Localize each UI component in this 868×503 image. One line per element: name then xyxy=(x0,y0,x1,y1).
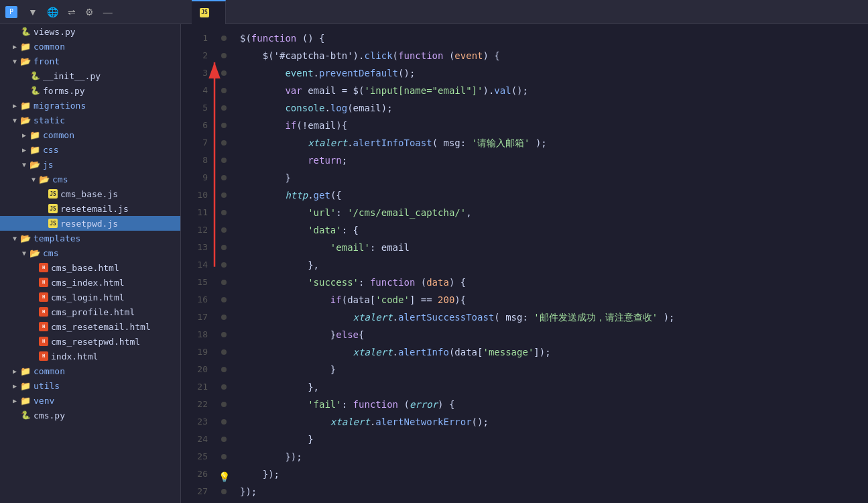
folder-open-icon-static xyxy=(20,115,31,125)
tree-arrow-cms-folder xyxy=(28,174,39,184)
sidebar-item-utils[interactable]: utils xyxy=(0,378,180,393)
code-content[interactable]: $(function () { $('#captcha-btn').click(… xyxy=(235,24,868,503)
sidebar-item-indx-html[interactable]: Hindx.html xyxy=(0,349,180,364)
file-js-icon-resetpwd-js: JS xyxy=(48,219,58,228)
sidebar-label-common2: common xyxy=(34,366,65,376)
sidebar-item-resetpwd-js[interactable]: JSresetpwd.js xyxy=(0,216,180,231)
sidebar-label-init-py: __init__.py xyxy=(43,71,101,81)
sidebar-item-common[interactable]: common xyxy=(0,39,180,54)
gutter: 💡 xyxy=(214,24,235,503)
sidebar-label-cms-py: cms.py xyxy=(34,410,65,421)
gutter-line-17 xyxy=(214,309,235,326)
sidebar-item-cms-base-html[interactable]: Hcms_base.html xyxy=(0,260,180,275)
sidebar-item-cms-py[interactable]: cms.py xyxy=(0,408,180,423)
line-number-3: 3 xyxy=(181,64,208,82)
sidebar-item-venv[interactable]: venv xyxy=(0,393,180,408)
tree-arrow-forms-py xyxy=(19,85,29,96)
code-line-16: if(data['code'] == 200){ xyxy=(235,291,868,309)
code-line-19: xtalert.alertInfo(data['message']); xyxy=(235,343,868,361)
gutter-dot-18 xyxy=(221,332,227,337)
line-number-19: 19 xyxy=(181,343,208,361)
globe-icon[interactable]: 🌐 xyxy=(44,5,61,19)
line-number-18: 18 xyxy=(181,326,208,343)
gutter-line-25 xyxy=(214,448,235,465)
gutter-dot-22 xyxy=(221,402,227,407)
code-line-5: console.log(email); xyxy=(235,99,868,117)
sidebar-item-cms-folder[interactable]: cms xyxy=(0,172,180,186)
line-number-21: 21 xyxy=(181,378,208,396)
gutter-dot-5 xyxy=(221,105,227,111)
gutter-line-20 xyxy=(214,361,235,378)
sidebar-item-front[interactable]: front xyxy=(0,54,180,68)
code-line-13: 'email': email xyxy=(235,239,868,256)
folder-closed-icon-migrations xyxy=(20,100,31,111)
tree-arrow-cms-index-html xyxy=(28,277,39,288)
sidebar-label-cms-profile-html: cms_profile.html xyxy=(51,307,135,317)
minimize-icon[interactable]: — xyxy=(101,5,115,19)
tree-arrow-cms-resetemail-html xyxy=(28,321,39,332)
gutter-line-26: 💡 xyxy=(214,465,235,483)
gutter-line-19 xyxy=(214,343,235,361)
sidebar-item-static[interactable]: static xyxy=(0,113,180,127)
tree-arrow-init-py xyxy=(19,70,29,81)
sidebar-item-js[interactable]: js xyxy=(0,157,180,172)
line-number-17: 17 xyxy=(181,309,208,326)
sidebar-item-views-py[interactable]: views.py xyxy=(0,24,180,39)
folder-open-icon-templates xyxy=(20,233,31,243)
line-number-15: 15 xyxy=(181,274,208,291)
gutter-dot-6 xyxy=(221,123,227,128)
tree-arrow-templates-cms xyxy=(19,247,29,258)
line-number-11: 11 xyxy=(181,204,208,221)
sidebar-label-views-py: views.py xyxy=(34,27,76,37)
line-number-1: 1 xyxy=(181,30,208,47)
settings-icon[interactable]: ⚙ xyxy=(82,5,97,19)
sidebar-item-forms-py[interactable]: forms.py xyxy=(0,83,180,98)
sidebar-item-templates-cms[interactable]: cms xyxy=(0,245,180,260)
code-line-7: xtalert.alertInfoToast( msg: '请输入邮箱' ); xyxy=(235,134,868,152)
gutter-dot-8 xyxy=(221,158,227,163)
code-line-2: $('#captcha-btn').click(function (event)… xyxy=(235,47,868,64)
file-js-icon-cms-base-js: JS xyxy=(48,189,58,199)
sidebar-item-common2[interactable]: common xyxy=(0,364,180,378)
sidebar-item-cms-profile-html[interactable]: Hcms_profile.html xyxy=(0,304,180,319)
line-number-16: 16 xyxy=(181,291,208,309)
line-number-24: 24 xyxy=(181,431,208,448)
line-number-8: 8 xyxy=(181,152,208,169)
sidebar-item-css[interactable]: css xyxy=(0,142,180,157)
line-number-13: 13 xyxy=(181,239,208,256)
split-icon[interactable]: ⇌ xyxy=(65,5,78,19)
folder-closed-icon-static-common xyxy=(29,129,40,140)
sidebar-item-cms-login-html[interactable]: Hcms_login.html xyxy=(0,290,180,304)
sidebar-item-cms-index-html[interactable]: Hcms_index.html xyxy=(0,275,180,290)
gutter-line-2 xyxy=(214,47,235,64)
sidebar-label-forms-py: forms.py xyxy=(43,86,85,96)
sidebar-item-resetemail-js[interactable]: JSresetemail.js xyxy=(0,201,180,216)
sidebar-item-init-py[interactable]: __init__.py xyxy=(0,68,180,83)
gutter-dot-4 xyxy=(221,88,227,93)
title-bar-left: P ▼ 🌐 ⇌ ⚙ — xyxy=(5,5,186,19)
gutter-line-21 xyxy=(214,378,235,396)
sidebar-item-cms-resetpwd-html[interactable]: Hcms_resetpwd.html xyxy=(0,334,180,349)
tree-arrow-cms-py xyxy=(9,410,20,421)
sidebar-item-templates[interactable]: templates xyxy=(0,231,180,245)
sidebar-label-templates: templates xyxy=(34,233,80,243)
gutter-dot-12 xyxy=(221,227,227,233)
line-number-14: 14 xyxy=(181,256,208,274)
line-number-22: 22 xyxy=(181,396,208,413)
tab-bar: JS xyxy=(192,0,863,24)
sidebar-item-migrations[interactable]: migrations xyxy=(0,98,180,113)
main-area: views.pycommonfront__init__.pyforms.pymi… xyxy=(0,24,868,503)
sidebar-item-static-common[interactable]: common xyxy=(0,127,180,142)
gutter-line-4 xyxy=(214,82,235,99)
tree-arrow-venv xyxy=(9,395,20,406)
sidebar-item-cms-base-js[interactable]: JScms_base.js xyxy=(0,186,180,201)
gutter-dot-7 xyxy=(221,140,227,146)
file-html-icon-cms-login-html: H xyxy=(39,292,48,302)
sidebar-item-cms-resetemail-html[interactable]: Hcms_resetemail.html xyxy=(0,319,180,334)
gutter-dot-11 xyxy=(221,210,227,215)
tree-arrow-common xyxy=(9,41,20,52)
file-py-icon-init-py xyxy=(29,70,40,81)
dropdown-btn[interactable]: ▼ xyxy=(25,5,40,19)
tab-resetemail-js[interactable]: JS xyxy=(192,0,226,24)
code-line-27: }); xyxy=(235,483,868,500)
